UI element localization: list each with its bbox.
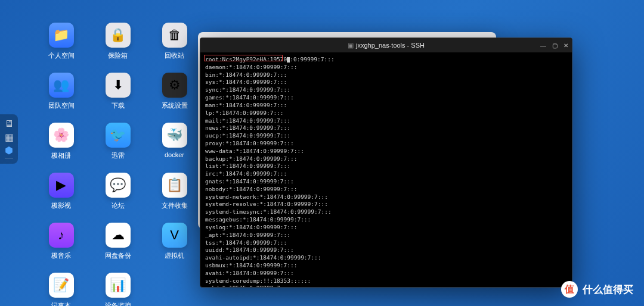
app-label: 迅雷: [112, 151, 125, 160]
terminal-body[interactable]: root:Ncs2MgyP92eHA:19570:0:99999:7:::dae…: [200, 52, 572, 287]
app-settings[interactable]: ⚙系统设置: [146, 73, 203, 123]
app-notes[interactable]: 📝记事本: [33, 273, 89, 306]
monitor-icon: 📊: [106, 273, 131, 298]
terminal-line: list:*:18474:0:99999:7:::: [205, 163, 567, 170]
app-collect[interactable]: 📋文件收集: [146, 173, 203, 223]
cursor-icon: [287, 57, 290, 63]
terminal-line: _apt:*:18474:0:99999:7:::: [205, 232, 567, 239]
app-folder-team[interactable]: 👥团队空间: [33, 73, 89, 123]
terminal-line: bin:*:18474:0:99999:7:::: [205, 71, 567, 79]
vm-icon: V: [162, 223, 187, 248]
app-xunlei[interactable]: 🐦迅雷: [89, 123, 146, 173]
terminal-line: avahi:*:18474:0:99999:7:::: [205, 270, 567, 277]
terminal-line: mail:*:18474:0:99999:7:::: [205, 117, 567, 125]
video-icon: ▶: [49, 173, 74, 198]
xunlei-icon: 🐦: [106, 123, 131, 148]
terminal-line: news:*:18474:0:99999:7:::: [205, 124, 567, 132]
app-cloud-backup[interactable]: ☁网盘备份: [89, 223, 146, 273]
watermark-badge: 值: [561, 281, 578, 298]
terminal-line: www-data:*:18474:0:99999:7:::: [205, 148, 567, 155]
collect-icon: 📋: [162, 173, 187, 198]
app-label: 网盘备份: [105, 251, 131, 260]
app-label: 极相册: [51, 151, 71, 160]
terminal-line: nobody:*:18474:0:99999:7:::: [205, 186, 567, 193]
app-forum[interactable]: 💬论坛: [89, 173, 146, 223]
app-docker[interactable]: 🐳docker: [146, 123, 203, 173]
app-video[interactable]: ▶极影视: [33, 173, 89, 223]
terminal-line: syslog:*:18474:0:99999:7:::: [205, 224, 567, 232]
app-label: docker: [165, 151, 184, 158]
app-label: 保险箱: [108, 51, 128, 60]
app-downloads[interactable]: ⬇下载: [89, 73, 146, 123]
terminal-line: systemd-timesync:*:18474:0:99999:7:::: [205, 208, 567, 216]
app-monitor[interactable]: 📊设备监控: [89, 273, 146, 306]
terminal-line: tss:*:18474:0:99999:7:::: [205, 239, 567, 247]
app-label: 系统设置: [162, 101, 188, 110]
terminal-line: systemd-resolve:*:18474:0:99999:7:::: [205, 201, 567, 208]
docker-icon: 🐳: [162, 123, 187, 148]
app-photos[interactable]: 🌸极相册: [33, 123, 89, 173]
monitor-icon[interactable]: 🖥: [3, 118, 15, 130]
app-label: 论坛: [112, 201, 125, 210]
app-label: 个人空间: [48, 51, 75, 60]
settings-icon: ⚙: [162, 73, 187, 98]
app-music[interactable]: ♪极音乐: [33, 223, 89, 273]
terminal-line: sys:*:18474:0:99999:7:::: [205, 79, 567, 86]
folder-team-icon: 👥: [49, 73, 74, 98]
terminal-line: games:*:18474:0:99999:7:::: [205, 94, 567, 102]
terminal-line: man:*:18474:0:99999:7:::: [205, 102, 567, 110]
app-trash[interactable]: 🗑回收站: [146, 23, 203, 73]
terminal-line: daemon:*:18474:0:99999:7:::: [205, 64, 567, 71]
photos-icon: 🌸: [49, 123, 74, 148]
maximize-button[interactable]: ▢: [552, 42, 558, 49]
trash-icon: 🗑: [162, 23, 187, 48]
watermark-text: 什么值得买: [583, 283, 633, 296]
folder-personal-icon: 📁: [49, 23, 74, 48]
terminal-line: lp:*:18474:0:99999:7:::: [205, 110, 567, 117]
app-label: 极音乐: [51, 251, 71, 260]
music-icon: ♪: [49, 223, 74, 248]
desktop: 📁个人空间🔒保险箱🗑回收站👥团队空间⬇下载⚙系统设置🌸极相册🐦迅雷🐳docker…: [33, 23, 203, 306]
app-vm[interactable]: V虚拟机: [146, 223, 203, 273]
cloud-backup-icon: ☁: [106, 223, 131, 248]
app-safe[interactable]: 🔒保险箱: [89, 23, 146, 73]
app-label: 虚拟机: [165, 251, 184, 260]
terminal-line: messagebus:*:18474:0:99999:7:::: [205, 216, 567, 224]
app-label: 极影视: [51, 201, 71, 210]
terminal-line: backup:*:18474:0:99999:7:::: [205, 155, 567, 163]
terminal-header[interactable]: ▣ jxxghp_nas-tools - SSH — ▢ ✕: [200, 38, 572, 52]
app-label: 文件收集: [162, 201, 188, 210]
minimize-button[interactable]: —: [540, 42, 546, 49]
watermark: 值 什么值得买: [561, 281, 633, 298]
terminal-line: proxy:*:18474:0:99999:7:::: [205, 140, 567, 148]
app-label: 设备监控: [105, 301, 131, 306]
notes-icon: 📝: [49, 273, 74, 298]
terminal-line: sshd:*:18535:0:99999:7:::: [205, 285, 567, 287]
dock: 🖥▦⬢: [0, 114, 18, 164]
terminal-line: root:Ncs2MgyP92eHA:19570:0:99999:7:::: [205, 56, 567, 64]
terminal-window[interactable]: ▣ jxxghp_nas-tools - SSH — ▢ ✕ root:Ncs2…: [200, 38, 572, 288]
app-folder-personal[interactable]: 📁个人空间: [33, 23, 89, 73]
close-button[interactable]: ✕: [564, 42, 568, 49]
terminal-line: uucp:*:18474:0:99999:7:::: [205, 132, 567, 140]
terminal-line: systemd-coredump:!!:18353::::::: [205, 277, 567, 285]
terminal-line: systemd-network:*:18474:0:99999:7:::: [205, 193, 567, 201]
terminal-line: sync:*:18474:0:99999:7:::: [205, 86, 567, 94]
terminal-line: avahi-autoipd:*:18474:0:99999:7:::: [205, 254, 567, 262]
safe-icon: 🔒: [106, 23, 131, 48]
app-label: 回收站: [165, 51, 184, 60]
terminal-line: usbmux:*:18474:0:99999:7:::: [205, 262, 567, 270]
dock-separator: [5, 158, 13, 159]
terminal-title: jxxghp_nas-tools - SSH: [356, 42, 425, 49]
app-label: 团队空间: [48, 101, 75, 110]
terminal-icon: ▣: [348, 42, 354, 49]
apps-icon[interactable]: ▦: [3, 131, 15, 143]
app-label: 下载: [112, 101, 125, 110]
downloads-icon: ⬇: [106, 73, 131, 98]
docker-icon[interactable]: ⬢: [3, 144, 15, 156]
terminal-line: irc:*:18474:0:99999:7:::: [205, 170, 567, 178]
terminal-line: uuidd:*:18474:0:99999:7:::: [205, 246, 567, 254]
terminal-line: gnats:*:18474:0:99999:7:::: [205, 178, 567, 186]
forum-icon: 💬: [106, 173, 131, 198]
app-label: 记事本: [51, 301, 71, 306]
